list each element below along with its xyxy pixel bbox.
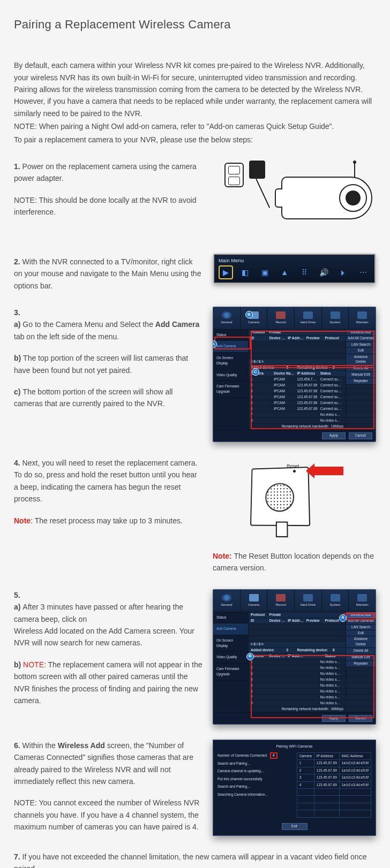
top-tab-hard drive: Hard Drive: [295, 590, 322, 612]
step-3-figure: GeneralCameraRecordHard DriveSystemMaint…: [213, 307, 376, 442]
footer-button: Cancel: [349, 432, 372, 439]
camera-icon: [281, 177, 372, 219]
right-button: Delete All: [346, 366, 376, 372]
more-icon: [357, 267, 369, 278]
right-button: Wireless Add: [346, 330, 376, 336]
right-button: Add All Cameras: [346, 618, 376, 624]
step-4-text: 4. Next, you will need to reset the repl…: [14, 457, 203, 505]
step-2: 2. With the NVR connected to a TV/monito…: [14, 256, 376, 292]
speaker-grille-icon: [265, 483, 294, 512]
side-item: Status: [213, 330, 248, 341]
step-2-text: 2. With the NVR connected to a TV/monito…: [14, 256, 203, 292]
grid-icon: [259, 267, 271, 278]
pairing-title: Pairing WiFi Cameras: [218, 743, 371, 749]
step-1-note: NOTE: This should be done locally at the…: [14, 194, 203, 218]
wall-outlet-icon: [224, 163, 244, 187]
intro-block: By default, each camera within your Wire…: [14, 59, 376, 146]
top-tab-maintain: Maintain: [349, 590, 376, 612]
top-tab-record: Record: [267, 307, 295, 329]
right-button: Edit: [346, 348, 376, 354]
main-menu-label: Main Menu: [218, 257, 371, 265]
side-item: Video Quality: [213, 370, 248, 381]
right-button: Edit: [346, 630, 376, 636]
step-5-figure: GeneralCameraRecordHard DriveSystemMaint…: [213, 589, 376, 725]
side-item: Add Camera: [213, 341, 248, 352]
step-7: 7. If you have not exceeded the channel …: [14, 851, 376, 868]
step-6-note: NOTE: You cannot exceed the number of Wi…: [14, 797, 203, 833]
top-tab-camera: Camera: [241, 307, 268, 329]
right-button: Manual Edit: [346, 372, 376, 378]
reset-label: Reset: [287, 462, 299, 470]
step-4-figure: Reset Note: The Reset Button location de…: [213, 457, 376, 574]
nvr-wireless-add-screenshot: GeneralCameraRecordHard DriveSystemMaint…: [213, 589, 376, 725]
step-7-num: 7.: [14, 852, 20, 861]
side-item: On Screen Display: [213, 635, 248, 652]
step-3a: a) Go to the Camera Menu and Select the …: [14, 318, 203, 342]
step-4: 4. Next, you will need to reset the repl…: [14, 457, 376, 574]
step-4-num: 4.: [14, 459, 20, 467]
step-5a: a) After 3 minutes have passed or after …: [14, 601, 203, 625]
options-bar-screenshot: Main Menu: [213, 254, 376, 284]
main-menu-icon: [220, 267, 232, 278]
step-5b: b) NOTE: The replacement camera will not…: [14, 659, 203, 707]
right-button: Add All Cameras: [346, 336, 376, 341]
step-4-fig-note: Note: The Reset Button location depends …: [213, 550, 376, 574]
tiles-icon: [298, 267, 311, 278]
side-item: Cam Firmware Upgrade: [213, 664, 248, 681]
right-button: LAN Search: [346, 342, 376, 348]
step-1-figure: [213, 161, 376, 241]
footer-button: Cancel: [349, 715, 372, 722]
play-icon: [338, 267, 350, 278]
step-5a-line2: Wireless Add located on the Add Camera s…: [14, 625, 203, 649]
step-6: 6. Within the Wireless Add screen, the "…: [14, 740, 376, 836]
right-button: Delete: [346, 359, 376, 366]
top-tab-system: System: [322, 590, 349, 612]
step-6-figure: Pairing WiFi Cameras Number of Cameras C…: [213, 740, 376, 836]
step-3: 3. a) Go to the Camera Menu and Select t…: [14, 307, 376, 442]
power-adapter-icon: [249, 161, 265, 179]
right-button: LAN Search: [346, 625, 376, 630]
footer-button: Apply: [322, 715, 346, 722]
page-title: Pairing a Replacement Wireless Camera: [14, 15, 376, 34]
step-2-figure: Main Menu: [213, 256, 376, 281]
top-tab-general: General: [213, 307, 241, 329]
step-5: 5. a) After 3 minutes have passed or aft…: [14, 589, 376, 725]
volume-icon: [318, 267, 330, 278]
top-tab-system: System: [322, 307, 349, 329]
nvr-add-camera-screenshot: GeneralCameraRecordHard DriveSystemMaint…: [213, 307, 376, 442]
side-item: On Screen Display: [213, 353, 248, 370]
top-tab-general: General: [213, 590, 241, 612]
intro-p2: NOTE: When pairing a Night Owl add-on ca…: [14, 120, 376, 132]
side-item: Status: [213, 612, 248, 623]
step-1-num: 1.: [14, 162, 20, 171]
intro-p1: By default, each camera within your Wire…: [14, 59, 376, 119]
camera-back-icon: [250, 467, 310, 526]
intro-p3: To pair a replacement camera to your NVR…: [14, 134, 376, 146]
pairing-wifi-screenshot: Pairing WiFi Cameras Number of Cameras C…: [213, 740, 376, 836]
right-button: Delete: [346, 642, 376, 648]
top-tab-hard drive: Hard Drive: [295, 307, 322, 329]
right-button: Manual Edit: [346, 654, 376, 661]
step-6-num: 6.: [14, 741, 20, 750]
top-tab-camera: Camera: [241, 590, 268, 612]
right-button: Repeater: [346, 378, 376, 385]
pairing-status-list: Number of Cameras Connected:4Search and …: [218, 752, 291, 818]
layout-icon: [239, 267, 252, 278]
step-3b: b) The top portion of the screen will li…: [14, 352, 203, 376]
step-3-num: 3.: [14, 308, 20, 317]
right-button: Repeater: [346, 661, 376, 667]
pairing-table: CameraIP AddressMAC Address1123.45.67.89…: [297, 752, 371, 818]
top-tab-maintain: Maintain: [349, 307, 376, 329]
step-1-text: 1. Power on the replacement camera using…: [14, 161, 203, 185]
step-4-note: Note: The reset process may take up to 3…: [14, 515, 203, 527]
red-arrow-icon: [313, 467, 343, 475]
exit-button: Exit: [282, 823, 308, 830]
side-item: Video Quality: [213, 652, 248, 663]
right-button: Wireless Add: [346, 612, 376, 618]
right-button: Delete All: [346, 648, 376, 654]
step-6-text: 6. Within the Wireless Add screen, the "…: [14, 740, 203, 788]
side-item: Cam Firmware Upgrade: [213, 381, 248, 398]
step-1: 1. Power on the replacement camera using…: [14, 161, 376, 241]
step-3c: c) The bottom portion of the screen will…: [14, 386, 203, 410]
side-item: Add Camera: [213, 623, 248, 635]
